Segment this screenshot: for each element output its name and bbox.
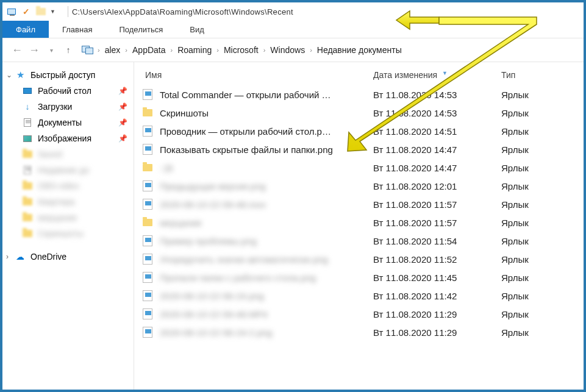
file-date: Вт 11.08.2020 11:57 (373, 218, 501, 228)
tab-file[interactable]: Файл (2, 21, 49, 38)
tab-view[interactable]: Вид (176, 21, 218, 38)
breadcrumb-item[interactable]: alex (101, 45, 124, 55)
breadcrumb-item[interactable]: AppData (129, 45, 169, 55)
chevron-right-icon[interactable]: › (262, 46, 267, 54)
file-list-pane: Имя Дата изменения ▼ Тип Total Commander… (134, 62, 584, 390)
sidebar-item-label: Быстрый доступ (30, 70, 95, 80)
pin-icon: 📌 (118, 118, 127, 127)
file-type: Ярлык (501, 181, 562, 191)
chevron-right-icon[interactable]: › (96, 46, 101, 54)
folder-icon (141, 162, 154, 174)
breadcrumb[interactable]: › alex › AppData › Roaming › Microsoft ›… (77, 41, 577, 59)
shortcut-icon (141, 253, 154, 265)
file-row[interactable]: ::{6Вт 11.08.2020 14:47Ярлык (141, 159, 584, 177)
file-type: Ярлык (501, 163, 562, 173)
file-row[interactable]: Упорядочить значки автоматически.pngВт 1… (141, 250, 584, 268)
file-name: ::{6 (160, 163, 373, 173)
file-date: Вт 11.08.2020 14:51 (373, 126, 501, 137)
sort-desc-icon: ▼ (442, 70, 448, 76)
file-name: 2020-08-10-22-59-48.MP4 (160, 309, 373, 319)
new-folder-icon[interactable] (35, 6, 46, 17)
back-button[interactable]: ← (9, 41, 26, 59)
chevron-right-icon[interactable]: › (215, 46, 220, 54)
breadcrumb-item[interactable]: Roaming (174, 45, 215, 55)
download-icon: ↓ (22, 101, 33, 112)
file-row[interactable]: Total Commander — открыли рабочий …Вт 11… (141, 85, 584, 104)
sidebar-item[interactable]: Изображения📌 (2, 130, 134, 146)
cloud-icon: ☁ (15, 251, 26, 262)
file-name: 2020-08-10-22-56-24.png (160, 291, 373, 301)
file-row[interactable]: 2020-08-10-22-59-48.movВт 11.08.2020 11:… (141, 195, 584, 213)
file-type: Ярлык (501, 90, 562, 100)
column-header-date[interactable]: Дата изменения ▼ (373, 70, 501, 80)
sidebar-item-label: мерцание (38, 213, 77, 223)
folder-icon (141, 216, 154, 229)
shortcut-vid-icon (141, 198, 154, 210)
file-row[interactable]: мерцаниеВт 11.08.2020 11:57Ярлык (141, 213, 584, 232)
chevron-right-icon[interactable]: › (124, 46, 129, 54)
chevron-right-icon[interactable]: › (6, 252, 9, 261)
ribbon-tabs: Файл Главная Поделиться Вид (2, 21, 584, 38)
breadcrumb-item[interactable]: Microsoft (220, 45, 262, 55)
file-type: Ярлык (501, 309, 562, 319)
file-row[interactable]: 2020-08-10-22-56-24.pngВт 11.08.2020 11:… (141, 287, 584, 305)
chevron-down-icon[interactable]: ⌄ (6, 71, 12, 79)
file-type: Ярлык (501, 291, 562, 301)
tab-share[interactable]: Поделиться (105, 21, 176, 38)
file-name: 2020-08-10-22-56-24-2.png (160, 327, 373, 338)
file-row[interactable]: СкриншотыВт 11.08.2020 14:53Ярлык (141, 104, 584, 122)
folder-icon (22, 149, 33, 160)
column-header-type[interactable]: Тип (501, 70, 562, 80)
sidebar-item[interactable]: Saved (2, 146, 134, 162)
sidebar-item-label: OBS-video (38, 181, 79, 191)
sidebar-item[interactable]: Квартира (2, 194, 134, 210)
forward-button[interactable]: → (26, 41, 43, 59)
file-date: Вт 11.08.2020 14:47 (373, 144, 501, 155)
chevron-right-icon[interactable]: › (170, 46, 174, 54)
pin-icon: 📌 (118, 134, 127, 143)
sidebar-item[interactable]: мерцание (2, 210, 134, 226)
file-row[interactable]: Показывать скрытые файлы и папки.pngВт 1… (141, 140, 584, 159)
breadcrumb-item[interactable]: Недавние документы (313, 45, 406, 55)
shortcut-icon (141, 125, 154, 137)
sidebar-item[interactable]: Рабочий стол📌 (2, 83, 134, 99)
sidebar-onedrive[interactable]: › ☁ OneDrive (2, 249, 134, 265)
column-label: Дата изменения (373, 70, 437, 80)
address-path[interactable]: C:\Users\Alex\AppData\Roaming\Microsoft\… (72, 7, 293, 16)
properties-icon[interactable]: ✓ (21, 6, 32, 17)
file-row[interactable]: Предыдущая версия.pngВт 11.08.2020 12:01… (141, 177, 584, 195)
quick-access-toolbar: ✓ ▼ (6, 6, 58, 17)
sidebar-item[interactable]: Скриншоты (2, 226, 134, 241)
tab-home[interactable]: Главная (49, 21, 105, 38)
sidebar-item-label: Saved (38, 149, 62, 159)
qat-dropdown-icon[interactable]: ▼ (50, 9, 55, 15)
app-icon (6, 6, 17, 17)
file-date: Вт 11.08.2020 11:29 (373, 309, 501, 319)
sidebar-item[interactable]: Документы📌 (2, 115, 134, 130)
history-dropdown-icon[interactable]: ▾ (43, 41, 60, 59)
file-name: 2020-08-10-22-59-48.mov (160, 199, 373, 210)
breadcrumb-item[interactable]: Windows (266, 45, 309, 55)
shortcut-icon (141, 235, 154, 247)
file-type: Ярлык (501, 327, 562, 338)
file-row[interactable]: Пример проблемы.pngВт 11.08.2020 11:54Яр… (141, 232, 584, 250)
shortcut-icon (141, 88, 154, 101)
file-row[interactable]: 2020-08-10-22-59-48.MP4Вт 11.08.2020 11:… (141, 305, 584, 323)
file-type: Ярлык (501, 126, 562, 137)
content-area: ⌄ ★ Быстрый доступ Рабочий стол📌↓Загрузк… (2, 62, 584, 390)
sidebar-item[interactable]: ↓Загрузки📌 (2, 99, 134, 115)
pin-icon: 📌 (118, 102, 127, 111)
file-row[interactable]: Пропали папки с рабочего стола.pngВт 11.… (141, 268, 584, 287)
chevron-right-icon[interactable]: › (309, 46, 313, 54)
folder-icon (22, 196, 33, 207)
sidebar-item[interactable]: OBS-video (2, 178, 134, 194)
file-row[interactable]: Проводник — открыли рабочий стол.p…Вт 11… (141, 122, 584, 140)
sidebar-quick-access[interactable]: ⌄ ★ Быстрый доступ (2, 67, 134, 83)
file-row[interactable]: 2020-08-10-22-56-24-2.pngВт 11.08.2020 1… (141, 323, 584, 341)
up-button[interactable]: ↑ (60, 41, 77, 59)
sidebar-item[interactable]: Недавние до (2, 162, 134, 178)
desktop-icon (22, 85, 33, 96)
shortcut-icon (141, 290, 154, 302)
file-date: Вт 11.08.2020 11:57 (373, 199, 501, 210)
column-header-name[interactable]: Имя (141, 70, 373, 80)
